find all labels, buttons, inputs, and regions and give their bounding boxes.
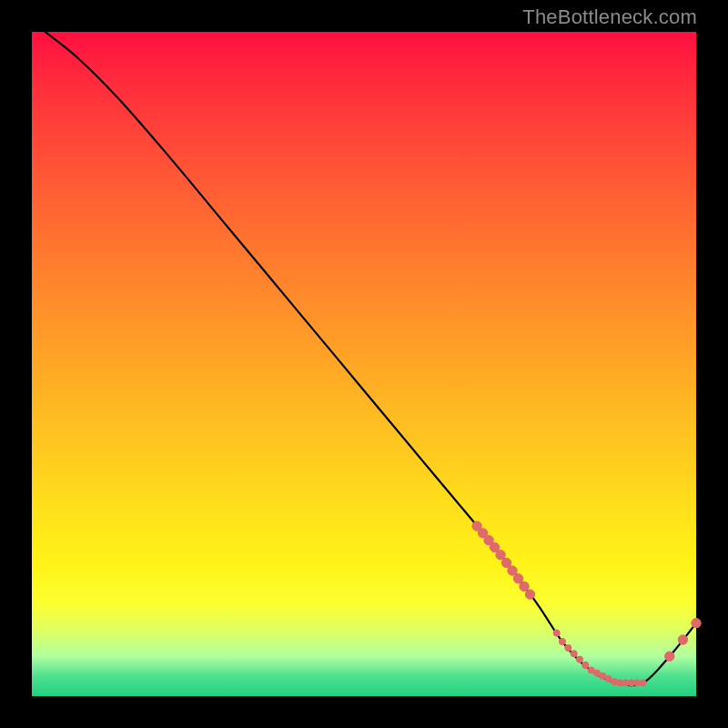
data-point: [665, 652, 674, 661]
data-point: [582, 662, 589, 668]
data-point: [640, 680, 646, 686]
data-point: [565, 644, 571, 651]
watermark-text: TheBottleneck.com: [522, 5, 697, 29]
chart-svg: [32, 32, 696, 696]
bottleneck-curve: [46, 32, 696, 685]
data-point: [501, 558, 511, 567]
data-point: [692, 619, 701, 628]
data-point: [571, 651, 577, 657]
data-point: [525, 590, 534, 599]
data-point: [553, 630, 560, 636]
data-point: [559, 639, 565, 645]
data-point: [513, 574, 522, 583]
data-point: [576, 656, 582, 662]
data-point: [678, 635, 687, 644]
data-markers: [472, 521, 701, 686]
data-point: [508, 566, 517, 575]
chart-frame: TheBottleneck.com: [0, 0, 728, 728]
data-point: [496, 551, 505, 560]
chart-plot-area: [32, 32, 696, 696]
data-point: [520, 581, 529, 591]
